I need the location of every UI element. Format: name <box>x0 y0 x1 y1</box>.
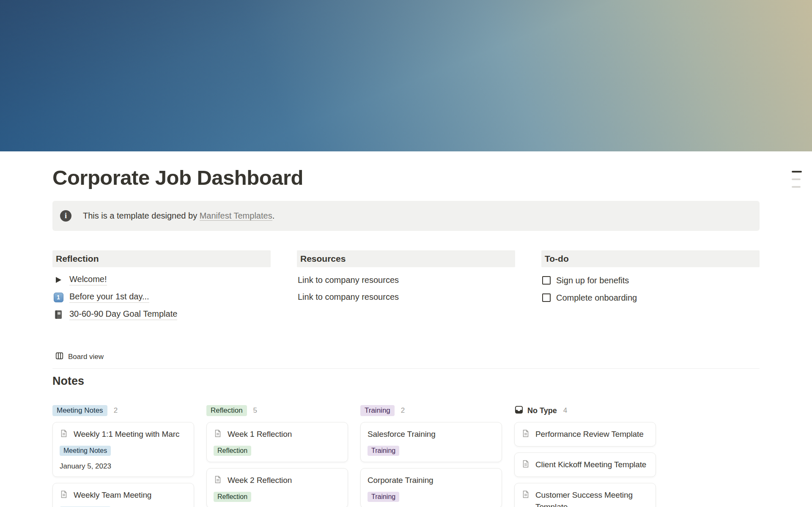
callout-text: This is a template designed by Manifest … <box>83 211 274 221</box>
todo-label: Complete onboarding <box>556 293 637 303</box>
document-icon <box>60 490 68 500</box>
table-of-contents[interactable] <box>792 171 802 194</box>
keycap-one-icon: 1 <box>53 293 63 302</box>
card-title: Weekly 1:1 Meeting with Marc <box>74 428 179 440</box>
board-card[interactable]: Salesforce TrainingTraining <box>360 422 502 462</box>
page-link[interactable]: Before your 1st day... <box>69 292 149 303</box>
resource-text: Link to company resources <box>298 291 515 302</box>
board-card[interactable]: Week 2 ReflectionReflection <box>206 468 348 507</box>
column-todo: To-do Sign up for benefitsComplete onboa… <box>541 250 760 326</box>
toc-line <box>792 171 802 173</box>
board-column: Meeting Notes2Weekly 1:1 Meeting with Ma… <box>52 405 194 507</box>
column-reflection: Reflection Welcome!1Before your 1st day.… <box>52 250 271 326</box>
page-link-row: Welcome! <box>53 274 271 285</box>
board-group-tag[interactable]: Meeting Notes <box>52 405 107 416</box>
callout-link[interactable]: Manifest Templates <box>200 211 272 221</box>
board-card[interactable]: Client Kickoff Meeting Template <box>514 452 656 477</box>
card-date: January 5, 2023 <box>60 462 187 471</box>
callout: i This is a template designed by Manifes… <box>52 201 760 231</box>
page-link[interactable]: Welcome! <box>69 274 107 285</box>
card-title: Customer Success Meeting Template <box>535 489 649 507</box>
column-header: Resources <box>297 250 515 267</box>
page-link[interactable]: 30-60-90 Day Goal Template <box>69 309 177 320</box>
board-card[interactable]: Week 1 ReflectionReflection <box>206 422 348 462</box>
board-column: Reflection5Week 1 ReflectionReflectionWe… <box>206 405 348 507</box>
board-card[interactable]: Customer Success Meeting Template <box>514 483 656 507</box>
card-tag: Training <box>368 492 399 502</box>
document-icon <box>521 460 530 470</box>
document-icon <box>214 475 222 485</box>
board-group-count: 2 <box>114 406 118 415</box>
board-column-header: Training2 <box>360 405 502 417</box>
toc-line <box>792 186 801 188</box>
board-card[interactable]: Corporate TrainingTraining <box>360 468 502 507</box>
card-tag: Training <box>368 446 399 456</box>
board-group-count: 4 <box>563 406 567 415</box>
inbox-icon <box>514 405 524 417</box>
page-link-row: 1Before your 1st day... <box>53 292 271 303</box>
board-group-count: 5 <box>253 406 257 415</box>
document-icon <box>521 490 530 500</box>
view-tab-label: Board view <box>68 353 104 361</box>
column-resources: Resources Link to company resourcesLink … <box>297 250 515 326</box>
play-icon <box>53 276 63 284</box>
board-group-tag[interactable]: Training <box>360 405 395 416</box>
board-card[interactable]: Weekly 1:1 Meeting with MarcMeeting Note… <box>52 422 194 477</box>
column-header: Reflection <box>52 250 271 267</box>
card-title: Client Kickoff Meeting Template <box>535 459 646 471</box>
column-header: To-do <box>541 250 760 267</box>
board-column: Training2Salesforce TrainingTrainingCorp… <box>360 405 502 507</box>
callout-text-before: This is a template designed by <box>83 211 200 220</box>
document-icon <box>60 429 68 439</box>
info-icon: i <box>60 210 71 222</box>
todo-checkbox[interactable] <box>542 276 551 285</box>
board-group-tag[interactable]: Reflection <box>206 405 247 416</box>
board-column-header: Reflection5 <box>206 405 348 417</box>
document-icon <box>214 429 222 439</box>
card-title: Salesforce Training <box>368 428 436 440</box>
board-group-name: No Type <box>527 406 557 415</box>
card-title: Week 1 Reflection <box>228 428 292 440</box>
views-bar: Board view <box>52 351 760 369</box>
board-group-count: 2 <box>401 406 405 415</box>
card-tag: Meeting Notes <box>60 446 111 456</box>
card-tag: Reflection <box>214 492 251 502</box>
board-group-label[interactable]: No Type <box>514 405 557 417</box>
board-column-header: No Type4 <box>514 405 656 417</box>
notebook-icon <box>53 310 63 319</box>
board-view-icon <box>55 351 64 362</box>
resource-text: Link to company resources <box>298 274 515 285</box>
board-card[interactable]: Weekly Team MeetingMeeting Notes <box>52 483 194 507</box>
page-link-row: 30-60-90 Day Goal Template <box>53 309 271 320</box>
document-icon <box>521 429 530 439</box>
board-column-header: Meeting Notes2 <box>52 405 194 417</box>
card-title: Week 2 Reflection <box>228 474 292 486</box>
todo-item: Sign up for benefits <box>542 274 760 286</box>
cover-image <box>0 0 812 151</box>
todo-label: Sign up for benefits <box>556 276 629 285</box>
page-title: Corporate Job Dashboard <box>52 166 760 189</box>
card-title: Performance Review Template <box>535 428 644 440</box>
toc-line <box>792 178 801 180</box>
todo-checkbox[interactable] <box>542 293 551 302</box>
tab-board-view[interactable]: Board view <box>52 351 106 363</box>
card-tag: Reflection <box>214 446 251 456</box>
card-title: Weekly Team Meeting <box>74 489 151 501</box>
callout-text-after: . <box>272 211 275 220</box>
todo-item: Complete onboarding <box>542 292 760 304</box>
board-column: No Type4Performance Review TemplateClien… <box>514 405 656 507</box>
card-title: Corporate Training <box>368 474 433 486</box>
board-section-title: Notes <box>52 375 760 388</box>
board-card[interactable]: Performance Review Template <box>514 422 656 447</box>
